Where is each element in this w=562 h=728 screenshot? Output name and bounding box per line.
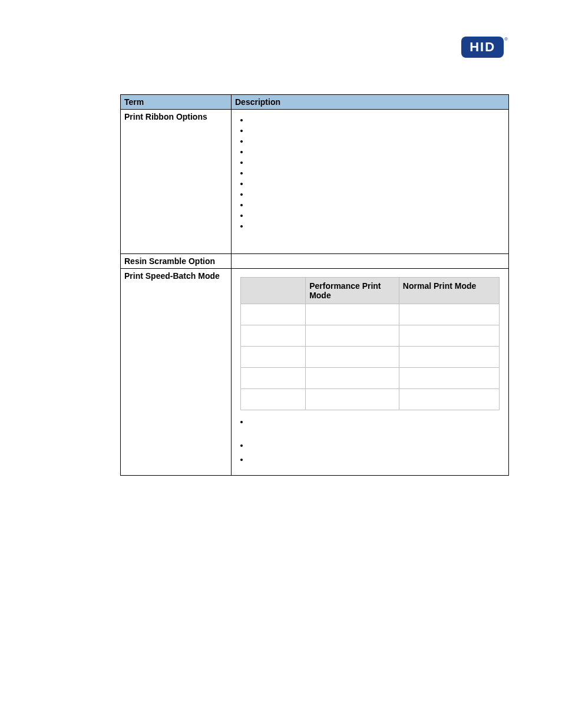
cell bbox=[306, 325, 399, 347]
desc-resin-scramble-option bbox=[232, 254, 509, 269]
terms-table: Term Description Print Ribbon Options bbox=[120, 94, 509, 476]
cell bbox=[241, 389, 306, 410]
cell bbox=[241, 325, 306, 347]
table-row bbox=[241, 304, 500, 325]
desc-print-speed-batch-mode: Performance Print Mode Normal Print Mode bbox=[232, 269, 509, 476]
term-print-ribbon-options: Print Ribbon Options bbox=[121, 110, 232, 254]
table-row bbox=[241, 389, 500, 410]
spacer bbox=[235, 233, 505, 251]
table-row bbox=[241, 347, 500, 368]
table-row bbox=[241, 325, 500, 347]
cell bbox=[306, 347, 399, 368]
cell bbox=[399, 368, 499, 389]
table-row bbox=[241, 368, 500, 389]
speed-header-normal: Normal Print Mode bbox=[399, 278, 499, 304]
header-description: Description bbox=[232, 95, 509, 110]
list-item bbox=[249, 199, 505, 210]
registered-mark: ® bbox=[504, 37, 508, 42]
speed-table: Performance Print Mode Normal Print Mode bbox=[240, 277, 500, 410]
list-item bbox=[249, 146, 505, 157]
list-item bbox=[249, 114, 505, 125]
logo-text: HID bbox=[470, 39, 495, 55]
speed-header-performance: Performance Print Mode bbox=[306, 278, 399, 304]
row-print-ribbon-options: Print Ribbon Options bbox=[121, 110, 509, 254]
speed-header-row: Performance Print Mode Normal Print Mode bbox=[241, 278, 500, 304]
cell bbox=[306, 389, 399, 410]
term-resin-scramble-option: Resin Scramble Option bbox=[121, 254, 232, 269]
ribbon-bullet-list bbox=[235, 114, 505, 231]
spacer bbox=[235, 271, 505, 276]
list-item bbox=[249, 167, 505, 178]
cell bbox=[241, 347, 306, 368]
list-item bbox=[249, 440, 505, 454]
cell bbox=[241, 368, 306, 389]
speed-header-blank bbox=[241, 278, 306, 304]
list-item bbox=[249, 125, 505, 136]
hid-logo-badge: HID bbox=[461, 37, 504, 58]
cell bbox=[306, 368, 399, 389]
speed-notes-list bbox=[235, 416, 505, 468]
cell bbox=[306, 304, 399, 325]
main-content: Term Description Print Ribbon Options bbox=[120, 94, 509, 476]
cell bbox=[399, 325, 499, 347]
list-item bbox=[249, 220, 505, 231]
list-item bbox=[249, 454, 505, 468]
table-header-row: Term Description bbox=[121, 95, 509, 110]
header-term: Term bbox=[121, 95, 232, 110]
list-item bbox=[249, 157, 505, 167]
brand-logo: HID ® bbox=[461, 37, 508, 58]
row-print-speed-batch-mode: Print Speed-Batch Mode Performance Print… bbox=[121, 269, 509, 476]
desc-print-ribbon-options bbox=[232, 110, 509, 254]
cell bbox=[399, 389, 499, 410]
term-print-speed-batch-mode: Print Speed-Batch Mode bbox=[121, 269, 232, 476]
list-item bbox=[249, 416, 505, 440]
list-item bbox=[249, 136, 505, 146]
cell bbox=[399, 304, 499, 325]
cell bbox=[399, 347, 499, 368]
list-item bbox=[249, 210, 505, 220]
page: HID ® Term Description Print Ribbon Opti… bbox=[0, 0, 562, 728]
row-resin-scramble-option: Resin Scramble Option bbox=[121, 254, 509, 269]
list-item bbox=[249, 178, 505, 189]
list-item bbox=[249, 189, 505, 199]
cell bbox=[241, 304, 306, 325]
